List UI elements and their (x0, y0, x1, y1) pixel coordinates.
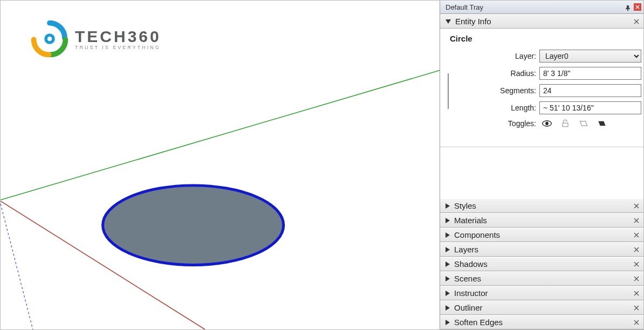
panel-title-label: Styles (454, 201, 476, 210)
panel-header-soften-edges[interactable]: Soften Edges (440, 315, 643, 329)
radius-label: Radius: (454, 69, 536, 78)
chevron-right-icon (446, 203, 450, 209)
lock-toggle-icon[interactable] (560, 119, 571, 128)
panels-stack: Styles Materials Components Layers Shado… (440, 198, 643, 329)
pin-icon[interactable] (625, 4, 631, 10)
brand-subtitle: TRUST IS EVERYTHING (75, 45, 161, 50)
layer-select[interactable]: Layer0 (539, 50, 641, 63)
panel-title-label: Layers (454, 245, 478, 254)
panel-close-button[interactable] (633, 275, 640, 283)
layer-label: Layer: (454, 52, 536, 60)
panel-close-button[interactable] (633, 217, 640, 224)
svg-point-5 (47, 37, 52, 41)
brand-title: TECH360 (75, 28, 161, 46)
panel-header-components[interactable]: Components (440, 228, 643, 242)
panel-close-button[interactable] (633, 319, 640, 326)
panel-close-button[interactable] (633, 246, 640, 253)
chevron-right-icon (446, 291, 450, 296)
panel-title-label: Instructor (454, 288, 488, 298)
chevron-right-icon (446, 218, 450, 223)
panel-header-styles[interactable]: Styles (440, 198, 643, 213)
svg-line-2 (1, 204, 33, 329)
chevron-right-icon (446, 305, 450, 311)
panel-title-label: Materials (454, 216, 487, 225)
tray-titlebar[interactable]: Default Tray (440, 1, 643, 14)
radius-input[interactable] (539, 67, 641, 80)
panel-close-button[interactable] (633, 18, 640, 25)
panel-header-materials[interactable]: Materials (440, 213, 643, 228)
toggles-label: Toggles: (454, 119, 536, 128)
panel-close-button[interactable] (633, 202, 640, 210)
svg-point-7 (545, 122, 549, 125)
brand-logo-mark (31, 20, 68, 58)
tray-title-label: Default Tray (446, 3, 483, 11)
panel-header-instructor[interactable]: Instructor (440, 286, 643, 300)
length-input[interactable] (539, 101, 641, 114)
panel-title-label: Shadows (454, 259, 488, 269)
panel-close-button[interactable] (633, 231, 640, 239)
chevron-down-icon (446, 19, 451, 24)
svg-line-0 (1, 71, 440, 200)
length-label: Length: (454, 104, 536, 112)
panel-title-label: Soften Edges (454, 318, 503, 327)
default-tray: Default Tray Entity Info Circle Layer: (440, 1, 643, 329)
panel-title-label: Entity Info (455, 17, 491, 26)
panel-close-button[interactable] (633, 290, 640, 297)
svg-point-3 (103, 185, 284, 265)
panel-title-label: Outliner (454, 303, 483, 312)
panel-close-button[interactable] (633, 260, 640, 268)
chevron-right-icon (446, 262, 450, 267)
svg-rect-8 (563, 123, 568, 127)
brand-logo: TECH360 TRUST IS EVERYTHING (31, 20, 161, 58)
segments-label: Segments: (454, 86, 536, 95)
chevron-right-icon (446, 320, 450, 325)
visibility-toggle-icon[interactable] (542, 119, 552, 128)
panel-header-outliner[interactable]: Outliner (440, 300, 643, 315)
panel-close-button[interactable] (633, 304, 640, 312)
cast-shadow-toggle-icon[interactable] (578, 119, 589, 128)
entity-info-body: Circle Layer: Layer0 Radius: Segments: (440, 29, 643, 147)
panel-header-layers[interactable]: Layers (440, 242, 643, 257)
material-thumbnail[interactable] (448, 73, 449, 109)
viewport[interactable]: TECH360 TRUST IS EVERYTHING (1, 1, 440, 329)
panel-header-entity-info[interactable]: Entity Info (440, 14, 643, 29)
segments-input[interactable] (539, 84, 641, 97)
tray-close-button[interactable] (634, 3, 641, 11)
chevron-right-icon (446, 247, 450, 252)
chevron-right-icon (446, 276, 450, 281)
chevron-right-icon (446, 232, 450, 238)
panel-title-label: Components (454, 230, 500, 239)
entity-type-label: Circle (450, 34, 638, 43)
panel-header-shadows[interactable]: Shadows (440, 257, 643, 271)
panel-title-label: Scenes (454, 274, 481, 283)
receive-shadow-toggle-icon[interactable] (597, 119, 607, 128)
panel-header-scenes[interactable]: Scenes (440, 271, 643, 286)
